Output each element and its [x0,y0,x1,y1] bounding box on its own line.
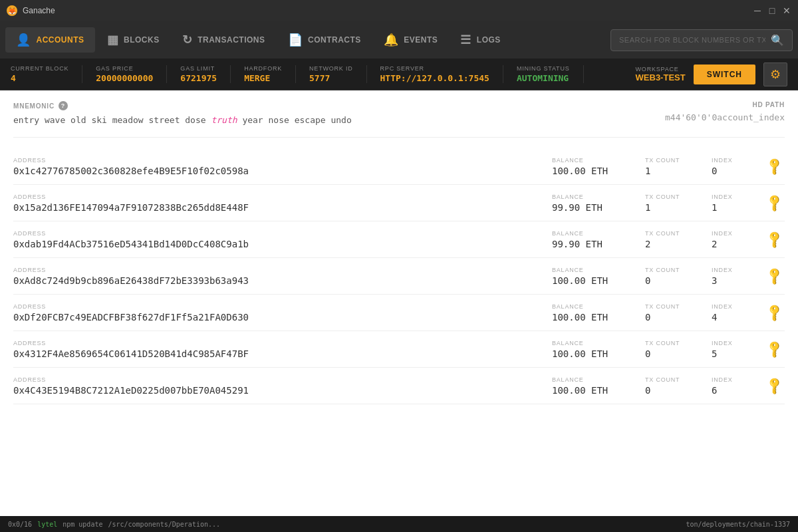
index-value: 1 [712,202,765,213]
index-section: INDEX 2 [712,230,765,249]
settings-button[interactable]: ⚙ [763,63,787,86]
tx-count-section: TX COUNT 0 [645,340,712,359]
tx-count-section: TX COUNT 1 [645,194,712,213]
address-label: ADDRESS [13,303,539,310]
key-icon[interactable]: 🔑 [761,152,789,180]
tx-count-value: 1 [645,166,712,176]
nav-logs-label: LOGS [477,35,501,45]
title-bar: 🦊 Ganache ─ □ ✕ [0,0,798,21]
window-controls: ─ □ ✕ [753,6,791,15]
account-address: 0x1c42776785002c360828efe4B9E5F10f02c059… [13,166,539,176]
bottom-bar: 0x0/16 lytel npm update /src/components/… [0,516,798,532]
account-row: ADDRESS 0xAd8c724d9b9cb896aE26438dF72bE3… [13,258,785,295]
workspace-info: WORKSPACE WEB3-TEST [636,66,686,82]
key-icon[interactable]: 🔑 [761,372,789,400]
key-icon[interactable]: 🔑 [761,262,789,290]
maximize-button[interactable]: □ [767,6,777,15]
search-input[interactable] [619,36,765,44]
account-address: 0xDf20FCB7c49EADCFBF38f627dF1Ff5a21FA0D6… [13,312,539,323]
update-link[interactable]: lytel [37,521,57,528]
logs-icon: ☰ [460,33,471,47]
index-section: INDEX 6 [712,376,765,396]
key-icon[interactable]: 🔑 [761,299,789,327]
key-icon[interactable]: 🔑 [761,189,789,217]
workspace-area: WORKSPACE WEB3-TEST SWITCH ⚙ [636,63,787,86]
balance-label: BALANCE [552,303,645,310]
key-icon[interactable]: 🔑 [761,225,789,253]
hardfork-label: HARDFORK [244,65,282,72]
balance-section: BALANCE 99.90 ETH [539,230,645,249]
nav-accounts[interactable]: 👤 ACCOUNTS [5,27,95,53]
tx-count-label: TX COUNT [645,303,712,310]
index-label: INDEX [712,376,765,383]
rpc-server-label: RPC SERVER [380,65,489,72]
tx-count-section: TX COUNT 0 [645,267,712,286]
account-address: 0xdab19Fd4ACb37516eD54341Bd14D0DcC408C9a… [13,239,539,249]
balance-section: BALANCE 100.00 ETH [539,267,645,286]
network-id-value: 5777 [309,73,353,83]
accounts-icon: 👤 [16,33,31,47]
nav-blocks[interactable]: ▦ BLOCKS [96,27,170,53]
current-block-value: 4 [11,73,68,83]
deploy-path: ton/deployments/chain-1337 [686,521,790,528]
index-value: 2 [712,239,765,249]
nav-events[interactable]: 🔔 EVENTS [373,27,449,53]
index-value: 0 [712,166,765,176]
mnemonic-section: MNEMONIC ? entry wave old ski meadow str… [13,101,785,138]
hardfork-value: MERGE [244,73,282,83]
main-content: MNEMONIC ? entry wave old ski meadow str… [0,90,798,516]
transactions-icon: ↻ [182,33,193,47]
mnemonic-help-icon[interactable]: ? [59,101,68,110]
gas-limit-item: GAS LIMIT 6721975 [167,65,231,83]
mnemonic-words: entry wave old ski meadow street dose tr… [13,114,352,126]
tx-count-value: 2 [645,239,712,249]
index-section: INDEX 5 [712,340,765,359]
account-address: 0x4C43E5194B8C7212A1eD0225d007bbE70A0452… [13,385,539,396]
balance-label: BALANCE [552,267,645,273]
account-balance: 99.90 ETH [552,239,645,249]
gas-price-item: GAS PRICE 20000000000 [82,65,167,83]
hd-path: HD PATH m44'60'0'0account_index [665,101,785,122]
tx-count-label: TX COUNT [645,157,712,164]
index-value: 3 [712,275,765,286]
account-row: ADDRESS 0xdab19Fd4ACb37516eD54341Bd14D0D… [13,221,785,258]
account-balance: 100.00 ETH [552,385,645,396]
app-title: Ganache [23,6,55,15]
nav-accounts-label: ACCOUNTS [37,35,84,45]
index-value: 6 [712,385,765,396]
index-section: INDEX 4 [712,303,765,323]
close-button[interactable]: ✕ [782,6,791,15]
tx-count-value: 0 [645,275,712,286]
nav-contracts[interactable]: 📄 CONTRACTS [277,27,372,53]
minimize-button[interactable]: ─ [753,6,762,15]
tx-count-section: TX COUNT 0 [645,303,712,323]
tx-count-section: TX COUNT 2 [645,230,712,249]
index-value: 4 [712,312,765,323]
nav-transactions[interactable]: ↻ TRANSACTIONS [172,27,276,53]
mining-status-item: MINING STATUS AUTOMINING [503,65,584,83]
workspace-label: WORKSPACE [636,66,686,72]
current-block-label: CURRENT BLOCK [11,65,68,72]
contracts-icon: 📄 [288,33,303,47]
address-label: ADDRESS [13,340,539,346]
account-row: ADDRESS 0x1c42776785002c360828efe4B9E5F1… [13,148,785,185]
account-row: ADDRESS 0xDf20FCB7c49EADCFBF38f627dF1Ff5… [13,295,785,331]
hd-path-value: m44'60'0'0account_index [665,112,785,122]
title-bar-left: 🦊 Ganache [7,5,55,16]
current-block-item: CURRENT BLOCK 4 [11,65,82,83]
nav-contracts-label: CONTRACTS [308,35,361,45]
gear-icon: ⚙ [770,67,781,82]
balance-section: BALANCE 100.00 ETH [539,340,645,359]
account-address: 0x4312F4Ae8569654C06141D520B41d4C985AF47… [13,348,539,359]
address-label: ADDRESS [13,157,539,164]
nav-logs[interactable]: ☰ LOGS [450,27,511,53]
gas-price-label: GAS PRICE [96,65,153,72]
balance-label: BALANCE [552,230,645,237]
network-id-item: NETWORK ID 5777 [296,65,367,83]
index-value: 5 [712,348,765,359]
network-id-label: NETWORK ID [309,65,353,72]
tx-count-value: 1 [645,202,712,213]
account-main: ADDRESS 0xdab19Fd4ACb37516eD54341Bd14D0D… [13,230,539,249]
key-icon[interactable]: 🔑 [761,335,789,363]
switch-button[interactable]: SWITCH [694,65,755,84]
